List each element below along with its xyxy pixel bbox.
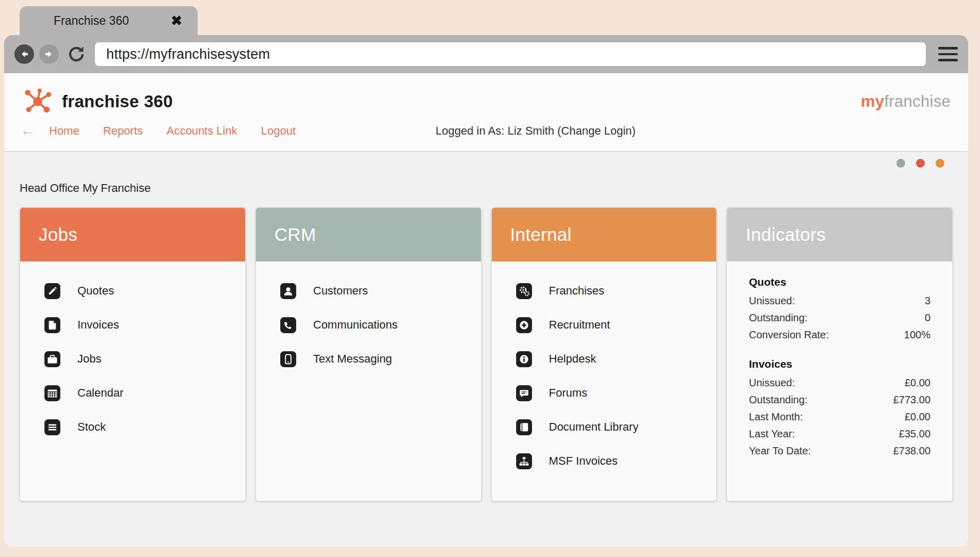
dashboard-cards: Jobs Quotes Invoices Jobs — [20, 207, 953, 501]
indicator-row: Unissued: £0.00 — [749, 374, 930, 391]
browser-forward-button[interactable] — [39, 44, 59, 64]
indicator-label: Last Year: — [749, 425, 795, 443]
card-crm-header: CRM — [256, 208, 481, 261]
tab-close-icon[interactable]: ✖ — [171, 14, 182, 27]
menu-item-label: Quotes — [77, 284, 114, 298]
indicator-label: Conversion Rate: — [749, 326, 829, 343]
card-internal: Internal Franchises Recruitment Helpd — [491, 207, 717, 501]
menu-item-invoices[interactable]: Invoices — [44, 308, 227, 342]
browser-window: Franchise 360 ✖ https://myfranchisesyste… — [4, 6, 968, 547]
url-text: https://myfranchisesystem — [106, 46, 270, 62]
menu-item-helpdesk[interactable]: Helpdesk — [516, 342, 698, 376]
indicator-value: 100% — [904, 326, 930, 343]
menu-item-calendar[interactable]: Calendar — [44, 376, 227, 410]
browser-tab[interactable]: Franchise 360 ✖ — [20, 6, 198, 35]
menu-item-label: Text Messaging — [313, 352, 392, 366]
menu-item-msf-invoices[interactable]: MSF Invoices — [516, 444, 698, 478]
indicator-section-quotes: Quotes — [749, 276, 930, 288]
card-crm: CRM Customers Communications Text Mes — [255, 207, 481, 501]
card-indicators-header: Indicators — [727, 208, 952, 261]
mobile-icon — [280, 351, 297, 368]
page-content: Head Office My Franchise Jobs Quotes Inv… — [4, 152, 968, 547]
menu-item-stock[interactable]: Stock — [44, 410, 227, 444]
logged-in-status: Logged in As: Liz Smith (Change Login) — [436, 124, 636, 138]
indicator-row: Last Month: £0.00 — [749, 408, 930, 425]
info-circle-icon — [516, 351, 533, 368]
forward-arrow-icon — [43, 48, 55, 60]
tab-title: Franchise 360 — [54, 14, 129, 28]
file-icon — [44, 317, 61, 334]
menu-item-label: Stock — [77, 420, 106, 434]
phone-icon — [280, 317, 297, 334]
card-indicators: Indicators Quotes Unissued: 3 Outstandin… — [727, 207, 953, 501]
browser-tabstrip: Franchise 360 ✖ — [4, 6, 968, 35]
indicator-value: £773.00 — [893, 391, 930, 408]
card-jobs-header: Jobs — [20, 208, 245, 261]
indicator-row: Outstanding: £773.00 — [749, 391, 930, 408]
indicator-row: Conversion Rate: 100% — [749, 326, 930, 343]
brand-name: franchise 360 — [62, 92, 173, 111]
menu-item-document-library[interactable]: Document Library — [516, 410, 698, 444]
menu-item-label: Invoices — [77, 318, 119, 332]
browser-toolbar: https://myfranchisesystem — [4, 35, 968, 73]
app-header: franchise 360 myfranchise ← Home Reports… — [4, 73, 968, 152]
indicator-value: £35.00 — [899, 425, 930, 443]
menu-item-label: Recruitment — [549, 318, 611, 332]
menu-item-quotes[interactable]: Quotes — [44, 274, 227, 308]
nav-logout[interactable]: Logout — [261, 124, 296, 138]
page-title: Head Office My Franchise — [20, 182, 953, 195]
indicator-value: £0.00 — [905, 374, 930, 391]
browser-refresh-button[interactable] — [66, 44, 87, 64]
menu-item-label: Forums — [549, 386, 588, 400]
indicator-label: Outstanding: — [749, 309, 807, 326]
menu-item-label: Customers — [313, 284, 368, 298]
plus-circle-icon — [516, 317, 533, 334]
nav-back-icon[interactable]: ← — [21, 123, 35, 139]
comment-icon — [516, 385, 533, 402]
refresh-icon — [66, 44, 87, 64]
menu-item-forums[interactable]: Forums — [516, 376, 698, 410]
menu-item-customers[interactable]: Customers — [280, 274, 462, 308]
menu-item-franchises[interactable]: Franchises — [516, 274, 698, 308]
menu-item-label: Communications — [313, 318, 398, 332]
user-icon — [280, 283, 297, 300]
nav-accounts-link[interactable]: Accounts Link — [167, 124, 237, 138]
nav-home[interactable]: Home — [49, 124, 79, 138]
menu-item-communications[interactable]: Communications — [280, 308, 462, 342]
card-jobs: Jobs Quotes Invoices Jobs — [20, 207, 246, 501]
menu-item-text-messaging[interactable]: Text Messaging — [280, 342, 462, 376]
menu-item-label: Helpdesk — [549, 352, 597, 366]
url-bar[interactable]: https://myfranchisesystem — [95, 42, 926, 66]
browser-menu-button[interactable] — [938, 47, 958, 61]
card-internal-header: Internal — [492, 208, 717, 261]
indicator-label: Year To Date: — [749, 443, 811, 460]
main-nav: ← Home Reports Accounts Link Logout Logg… — [21, 123, 951, 139]
briefcase-icon — [44, 351, 61, 368]
status-dot-orange — [936, 159, 944, 168]
indicator-label: Last Month: — [749, 408, 803, 425]
menu-item-recruitment[interactable]: Recruitment — [516, 308, 698, 342]
menu-item-label: Franchises — [549, 284, 605, 298]
app-viewport: franchise 360 myfranchise ← Home Reports… — [4, 73, 968, 547]
indicator-row: Unissued: 3 — [749, 292, 930, 309]
indicator-label: Outstanding: — [749, 391, 807, 408]
franchise360-logo-icon — [21, 87, 55, 117]
indicator-label: Unissued: — [749, 292, 795, 309]
indicator-value: 3 — [925, 292, 930, 309]
nav-reports[interactable]: Reports — [103, 124, 143, 138]
browser-back-button[interactable] — [14, 44, 34, 64]
status-dot-sage — [896, 159, 905, 168]
sitemap-icon — [516, 453, 533, 470]
indicator-value: 0 — [925, 309, 930, 326]
back-arrow-icon — [18, 48, 30, 60]
menu-item-label: Calendar — [77, 386, 123, 400]
cogs-icon — [516, 283, 533, 300]
status-dot-red — [916, 159, 925, 168]
indicator-label: Unissued: — [749, 374, 795, 391]
status-dots — [896, 159, 944, 168]
list-icon — [44, 419, 61, 436]
pencil-square-icon — [44, 283, 61, 300]
menu-item-jobs[interactable]: Jobs — [44, 342, 227, 376]
myfranchise-logo: myfranchise — [861, 92, 951, 111]
menu-item-label: Document Library — [549, 420, 639, 434]
